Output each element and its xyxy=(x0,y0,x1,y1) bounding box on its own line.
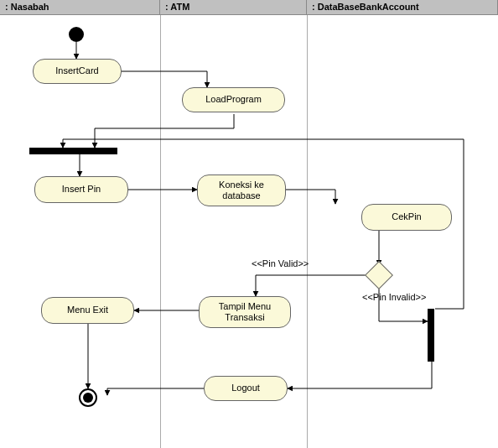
lane-header-database: : DataBaseBankAccount xyxy=(307,0,498,14)
activity-koneksi-database: Koneksi ke database xyxy=(197,175,286,206)
initial-node xyxy=(69,27,84,42)
sync-bar-2 xyxy=(428,309,434,362)
lane-header-atm: : ATM xyxy=(160,0,307,14)
activity-tampil-menu: Tampil Menu Transaksi xyxy=(199,296,291,328)
activity-insert-card: InsertCard xyxy=(33,59,122,84)
activity-logout: Logout xyxy=(204,376,288,401)
lane-header-nasabah: : Nasabah xyxy=(0,0,160,14)
activity-insert-pin: Insert Pin xyxy=(34,176,128,203)
activity-menu-exit: Menu Exit xyxy=(41,297,134,324)
sync-bar-1 xyxy=(29,148,117,154)
lane-divider-2 xyxy=(307,15,308,448)
guard-pin-valid: <<Pin Valid>> xyxy=(252,258,309,268)
lane-divider-1 xyxy=(160,15,161,448)
activity-cek-pin: CekPin xyxy=(361,204,452,231)
swimlane-header: : Nasabah : ATM : DataBaseBankAccount xyxy=(0,0,498,15)
activity-load-program: LoadProgram xyxy=(182,87,285,112)
guard-pin-invalid: <<Pin Invalid>> xyxy=(362,292,426,302)
decision-pin xyxy=(365,261,393,289)
diagram-canvas: InsertCard LoadProgram Insert Pin Koneks… xyxy=(0,15,498,448)
final-node xyxy=(79,388,97,407)
